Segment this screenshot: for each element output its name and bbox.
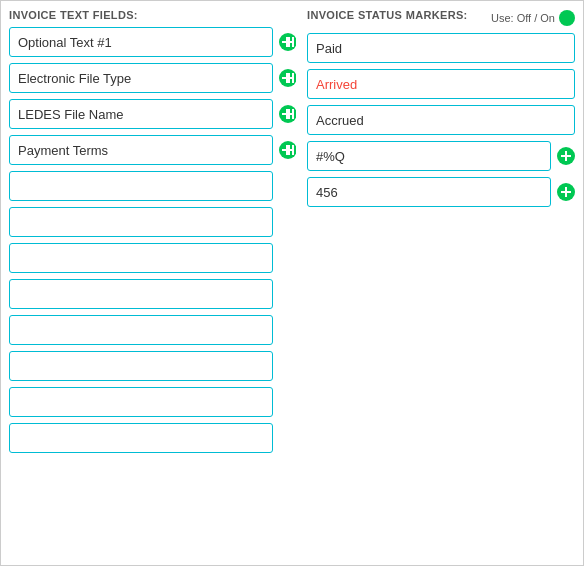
field-row-6 bbox=[9, 207, 299, 237]
status-field-5[interactable] bbox=[307, 177, 551, 207]
text-field-2[interactable] bbox=[9, 63, 273, 93]
toggle-on-dot[interactable] bbox=[559, 10, 575, 26]
add-button-1[interactable] bbox=[279, 33, 297, 51]
add-button-2[interactable] bbox=[279, 69, 297, 87]
status-add-button-4[interactable] bbox=[557, 147, 575, 165]
field-row-5 bbox=[9, 171, 299, 201]
plus-icon-status-4 bbox=[561, 151, 571, 161]
field-row-12 bbox=[9, 423, 299, 453]
left-column: INVOICE TEXT FIELDS: bbox=[9, 9, 299, 557]
text-field-10[interactable] bbox=[9, 351, 273, 381]
field-row-8 bbox=[9, 279, 299, 309]
field-row-2 bbox=[9, 63, 299, 93]
field-row-10 bbox=[9, 351, 299, 381]
plus-icon-status-5 bbox=[561, 187, 571, 197]
field-row-7 bbox=[9, 243, 299, 273]
add-button-4[interactable] bbox=[279, 141, 297, 159]
invoice-text-fields-label: INVOICE TEXT FIELDS: bbox=[9, 9, 299, 21]
add-button-3[interactable] bbox=[279, 105, 297, 123]
status-field-row-5 bbox=[307, 177, 575, 207]
status-field-row-3 bbox=[307, 105, 575, 135]
field-row-1 bbox=[9, 27, 299, 57]
text-field-6[interactable] bbox=[9, 207, 273, 237]
text-field-1[interactable] bbox=[9, 27, 273, 57]
text-field-5[interactable] bbox=[9, 171, 273, 201]
status-field-1[interactable] bbox=[307, 33, 575, 63]
use-toggle-row: Use: Off / On bbox=[491, 10, 575, 26]
plus-icon-3 bbox=[282, 109, 292, 119]
status-field-row-2 bbox=[307, 69, 575, 99]
text-field-4[interactable] bbox=[9, 135, 273, 165]
status-field-row-1 bbox=[307, 33, 575, 63]
text-field-9[interactable] bbox=[9, 315, 273, 345]
main-container: INVOICE TEXT FIELDS: bbox=[0, 0, 584, 566]
field-row-11 bbox=[9, 387, 299, 417]
plus-icon-2 bbox=[282, 73, 292, 83]
text-field-8[interactable] bbox=[9, 279, 273, 309]
right-column: INVOICE STATUS MARKERS: Use: Off / On bbox=[307, 9, 575, 557]
field-row-3 bbox=[9, 99, 299, 129]
status-field-row-4 bbox=[307, 141, 575, 171]
text-field-7[interactable] bbox=[9, 243, 273, 273]
field-row-4 bbox=[9, 135, 299, 165]
status-field-4[interactable] bbox=[307, 141, 551, 171]
text-field-3[interactable] bbox=[9, 99, 273, 129]
plus-icon-1 bbox=[282, 37, 292, 47]
use-toggle-label: Use: Off / On bbox=[491, 12, 555, 24]
text-field-12[interactable] bbox=[9, 423, 273, 453]
status-field-2[interactable] bbox=[307, 69, 575, 99]
invoice-status-markers-label: INVOICE STATUS MARKERS: bbox=[307, 9, 468, 21]
field-row-9 bbox=[9, 315, 299, 345]
status-add-button-5[interactable] bbox=[557, 183, 575, 201]
text-field-11[interactable] bbox=[9, 387, 273, 417]
plus-icon-4 bbox=[282, 145, 292, 155]
status-field-3[interactable] bbox=[307, 105, 575, 135]
